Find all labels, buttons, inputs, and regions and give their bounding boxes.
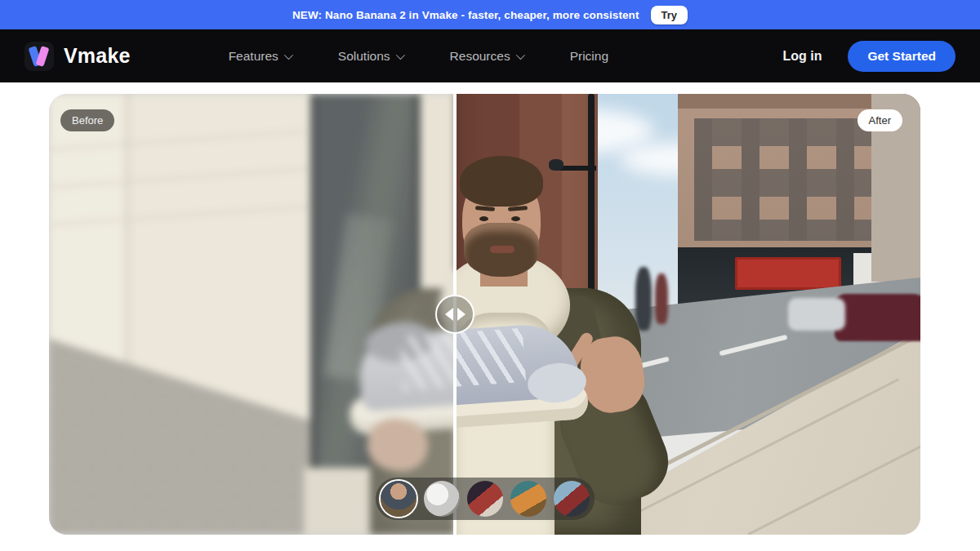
eye	[511, 216, 520, 221]
get-started-button[interactable]: Get Started	[848, 41, 956, 72]
after-badge: After	[858, 109, 902, 131]
man-hair	[460, 156, 543, 207]
lamp-head	[549, 159, 564, 171]
navbar: Vmake Features Solutions Resources Prici…	[0, 29, 980, 82]
login-link[interactable]: Log in	[782, 49, 822, 64]
red-store-sign	[735, 257, 841, 290]
parked-car	[788, 298, 845, 331]
navbar-right: Log in Get Started	[782, 41, 956, 72]
nav-item-solutions[interactable]: Solutions	[338, 49, 403, 64]
pedestrian	[635, 267, 652, 331]
nav-item-pricing[interactable]: Pricing	[570, 49, 608, 64]
after-pane	[455, 94, 920, 535]
comparison-photo	[49, 94, 455, 535]
before-after-comparison: Before After	[49, 94, 920, 535]
thumbnail-motorcycle[interactable]	[554, 481, 590, 517]
comparison-slider-handle[interactable]	[435, 295, 474, 334]
pedestrian	[655, 273, 668, 324]
nav-item-features[interactable]: Features	[229, 49, 291, 64]
arrow-left-icon	[445, 308, 453, 321]
nav-item-label: Resources	[450, 49, 510, 64]
sneaker-laces	[400, 328, 455, 390]
logo-v-pink-stroke	[36, 46, 50, 67]
thumbnail-shoe-texture[interactable]	[424, 481, 460, 517]
mouth	[490, 246, 514, 253]
arrow-right-icon	[457, 308, 466, 321]
brand-name: Vmake	[64, 44, 131, 68]
main-nav: Features Solutions Resources Pricing	[229, 49, 608, 64]
vmake-logo-icon	[24, 42, 54, 71]
try-button[interactable]: Try	[651, 6, 688, 24]
parked-van	[835, 294, 920, 341]
chevron-down-icon	[284, 50, 293, 59]
chevron-down-icon	[515, 50, 524, 59]
thumbnail-person-portrait[interactable]	[381, 481, 416, 517]
comparison-photo	[455, 94, 920, 535]
before-pane	[49, 94, 455, 535]
wall-grooves	[49, 130, 314, 254]
nav-item-label: Solutions	[338, 49, 390, 64]
nav-item-resources[interactable]: Resources	[450, 49, 523, 64]
sneaker-laces	[455, 328, 526, 390]
thumbnail-red-outfit[interactable]	[467, 481, 503, 517]
brand[interactable]: Vmake	[24, 42, 131, 71]
eye	[479, 216, 488, 221]
example-thumbnail-bar	[376, 478, 595, 520]
nav-item-label: Pricing	[570, 49, 608, 64]
nav-item-label: Features	[229, 49, 278, 64]
promo-banner-text: NEW: Nano Banana 2 in Vmake - faster, ch…	[292, 9, 639, 21]
chevron-down-icon	[395, 50, 404, 59]
thumbnail-food-dish[interactable]	[510, 481, 546, 517]
promo-banner: NEW: Nano Banana 2 in Vmake - faster, ch…	[0, 0, 980, 29]
before-badge: Before	[60, 109, 114, 131]
